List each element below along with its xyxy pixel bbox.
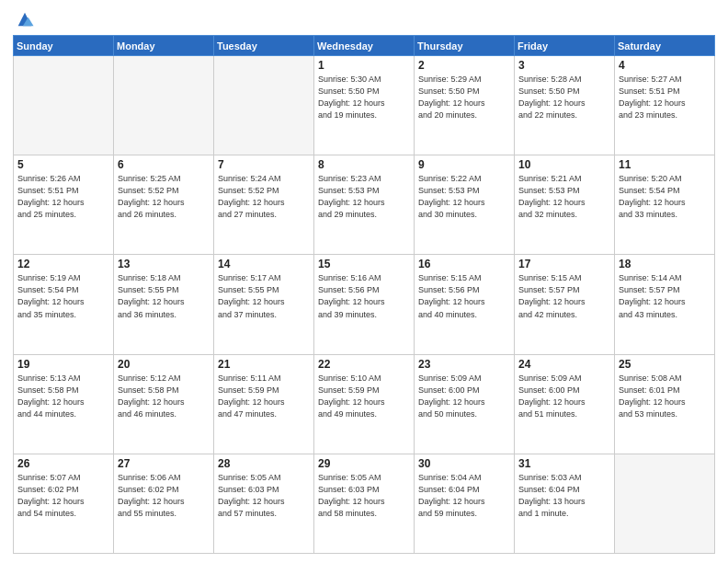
day-number: 9 [418, 158, 510, 171]
day-info: Sunrise: 5:12 AM Sunset: 5:58 PM Dayligh… [118, 373, 210, 420]
calendar-body: 1Sunrise: 5:30 AM Sunset: 5:50 PM Daylig… [14, 56, 715, 554]
day-number: 18 [619, 258, 711, 270]
weekday-sunday: Sunday [14, 36, 114, 56]
day-info: Sunrise: 5:06 AM Sunset: 6:02 PM Dayligh… [118, 472, 210, 520]
day-info: Sunrise: 5:09 AM Sunset: 6:00 PM Dayligh… [518, 373, 610, 420]
day-info: Sunrise: 5:15 AM Sunset: 5:56 PM Dayligh… [418, 272, 510, 320]
day-info: Sunrise: 5:23 AM Sunset: 5:53 PM Dayligh… [318, 173, 410, 221]
weekday-header-row: SundayMondayTuesdayWednesdayThursdayFrid… [14, 36, 715, 56]
day-number: 30 [418, 457, 510, 470]
page: SundayMondayTuesdayWednesdayThursdayFrid… [0, 0, 728, 563]
day-number: 21 [218, 358, 310, 371]
calendar-cell [214, 56, 314, 155]
calendar-cell: 31Sunrise: 5:03 AM Sunset: 6:04 PM Dayli… [515, 454, 615, 553]
day-info: Sunrise: 5:22 AM Sunset: 5:53 PM Dayligh… [418, 173, 510, 221]
calendar-cell [14, 56, 114, 155]
calendar-cell: 3Sunrise: 5:28 AM Sunset: 5:50 PM Daylig… [515, 56, 615, 155]
weekday-wednesday: Wednesday [314, 36, 415, 56]
day-number: 23 [418, 358, 510, 371]
day-number: 4 [619, 59, 711, 72]
day-info: Sunrise: 5:13 AM Sunset: 5:58 PM Dayligh… [17, 373, 109, 420]
header [13, 9, 715, 29]
calendar-table: SundayMondayTuesdayWednesdayThursdayFrid… [13, 35, 715, 554]
calendar-cell: 5Sunrise: 5:26 AM Sunset: 5:51 PM Daylig… [14, 155, 114, 255]
day-number: 29 [318, 457, 410, 470]
day-number: 17 [518, 258, 610, 270]
logo-icon [15, 9, 35, 29]
weekday-friday: Friday [515, 36, 615, 56]
day-info: Sunrise: 5:09 AM Sunset: 6:00 PM Dayligh… [418, 373, 510, 420]
day-info: Sunrise: 5:05 AM Sunset: 6:03 PM Dayligh… [318, 472, 410, 520]
calendar-cell: 8Sunrise: 5:23 AM Sunset: 5:53 PM Daylig… [314, 155, 415, 255]
day-number: 20 [118, 358, 210, 371]
day-info: Sunrise: 5:26 AM Sunset: 5:51 PM Dayligh… [17, 173, 109, 221]
day-number: 1 [318, 59, 410, 72]
day-info: Sunrise: 5:30 AM Sunset: 5:50 PM Dayligh… [318, 74, 410, 121]
day-number: 5 [17, 158, 109, 171]
day-number: 19 [17, 358, 109, 371]
day-info: Sunrise: 5:28 AM Sunset: 5:50 PM Dayligh… [518, 74, 610, 121]
day-number: 28 [218, 457, 310, 470]
day-info: Sunrise: 5:21 AM Sunset: 5:53 PM Dayligh… [518, 173, 610, 221]
calendar-cell: 13Sunrise: 5:18 AM Sunset: 5:55 PM Dayli… [114, 255, 214, 354]
day-number: 8 [318, 158, 410, 171]
calendar-week-4: 26Sunrise: 5:07 AM Sunset: 6:02 PM Dayli… [14, 454, 715, 553]
calendar-cell: 2Sunrise: 5:29 AM Sunset: 5:50 PM Daylig… [415, 56, 515, 155]
day-info: Sunrise: 5:16 AM Sunset: 5:56 PM Dayligh… [318, 272, 410, 320]
calendar-cell: 20Sunrise: 5:12 AM Sunset: 5:58 PM Dayli… [114, 354, 214, 454]
weekday-saturday: Saturday [615, 36, 715, 56]
day-info: Sunrise: 5:19 AM Sunset: 5:54 PM Dayligh… [17, 272, 109, 320]
day-info: Sunrise: 5:10 AM Sunset: 5:59 PM Dayligh… [318, 373, 410, 420]
calendar-cell: 16Sunrise: 5:15 AM Sunset: 5:56 PM Dayli… [415, 255, 515, 354]
calendar-cell: 26Sunrise: 5:07 AM Sunset: 6:02 PM Dayli… [14, 454, 114, 553]
day-info: Sunrise: 5:07 AM Sunset: 6:02 PM Dayligh… [17, 472, 109, 520]
calendar-cell: 1Sunrise: 5:30 AM Sunset: 5:50 PM Daylig… [314, 56, 415, 155]
day-info: Sunrise: 5:20 AM Sunset: 5:54 PM Dayligh… [619, 173, 711, 221]
calendar-cell [114, 56, 214, 155]
day-number: 14 [218, 258, 310, 270]
logo [13, 9, 35, 29]
weekday-monday: Monday [114, 36, 214, 56]
day-info: Sunrise: 5:29 AM Sunset: 5:50 PM Dayligh… [418, 74, 510, 121]
calendar-week-2: 12Sunrise: 5:19 AM Sunset: 5:54 PM Dayli… [14, 255, 715, 354]
day-number: 22 [318, 358, 410, 371]
day-info: Sunrise: 5:17 AM Sunset: 5:55 PM Dayligh… [218, 272, 310, 320]
calendar-cell: 7Sunrise: 5:24 AM Sunset: 5:52 PM Daylig… [214, 155, 314, 255]
weekday-tuesday: Tuesday [214, 36, 314, 56]
calendar-week-3: 19Sunrise: 5:13 AM Sunset: 5:58 PM Dayli… [14, 354, 715, 454]
calendar-cell: 4Sunrise: 5:27 AM Sunset: 5:51 PM Daylig… [615, 56, 715, 155]
calendar-cell: 6Sunrise: 5:25 AM Sunset: 5:52 PM Daylig… [114, 155, 214, 255]
calendar-cell: 18Sunrise: 5:14 AM Sunset: 5:57 PM Dayli… [615, 255, 715, 354]
day-info: Sunrise: 5:04 AM Sunset: 6:04 PM Dayligh… [418, 472, 510, 520]
day-info: Sunrise: 5:15 AM Sunset: 5:57 PM Dayligh… [518, 272, 610, 320]
calendar-cell: 10Sunrise: 5:21 AM Sunset: 5:53 PM Dayli… [515, 155, 615, 255]
day-number: 11 [619, 158, 711, 171]
calendar-cell: 24Sunrise: 5:09 AM Sunset: 6:00 PM Dayli… [515, 354, 615, 454]
calendar-cell: 19Sunrise: 5:13 AM Sunset: 5:58 PM Dayli… [14, 354, 114, 454]
day-number: 13 [118, 258, 210, 270]
day-info: Sunrise: 5:25 AM Sunset: 5:52 PM Dayligh… [118, 173, 210, 221]
day-number: 7 [218, 158, 310, 171]
day-info: Sunrise: 5:05 AM Sunset: 6:03 PM Dayligh… [218, 472, 310, 520]
calendar-cell [615, 454, 715, 553]
day-info: Sunrise: 5:03 AM Sunset: 6:04 PM Dayligh… [518, 472, 610, 520]
calendar-cell: 23Sunrise: 5:09 AM Sunset: 6:00 PM Dayli… [415, 354, 515, 454]
calendar-cell: 11Sunrise: 5:20 AM Sunset: 5:54 PM Dayli… [615, 155, 715, 255]
calendar-cell: 15Sunrise: 5:16 AM Sunset: 5:56 PM Dayli… [314, 255, 415, 354]
weekday-thursday: Thursday [415, 36, 515, 56]
day-number: 12 [17, 258, 109, 270]
calendar-cell: 21Sunrise: 5:11 AM Sunset: 5:59 PM Dayli… [214, 354, 314, 454]
calendar-cell: 29Sunrise: 5:05 AM Sunset: 6:03 PM Dayli… [314, 454, 415, 553]
day-number: 10 [518, 158, 610, 171]
day-info: Sunrise: 5:08 AM Sunset: 6:01 PM Dayligh… [619, 373, 711, 420]
calendar-cell: 12Sunrise: 5:19 AM Sunset: 5:54 PM Dayli… [14, 255, 114, 354]
calendar-cell: 28Sunrise: 5:05 AM Sunset: 6:03 PM Dayli… [214, 454, 314, 553]
day-number: 24 [518, 358, 610, 371]
calendar-cell: 9Sunrise: 5:22 AM Sunset: 5:53 PM Daylig… [415, 155, 515, 255]
calendar-week-0: 1Sunrise: 5:30 AM Sunset: 5:50 PM Daylig… [14, 56, 715, 155]
calendar-cell: 27Sunrise: 5:06 AM Sunset: 6:02 PM Dayli… [114, 454, 214, 553]
day-info: Sunrise: 5:11 AM Sunset: 5:59 PM Dayligh… [218, 373, 310, 420]
day-info: Sunrise: 5:27 AM Sunset: 5:51 PM Dayligh… [619, 74, 711, 121]
calendar-cell: 17Sunrise: 5:15 AM Sunset: 5:57 PM Dayli… [515, 255, 615, 354]
day-info: Sunrise: 5:18 AM Sunset: 5:55 PM Dayligh… [118, 272, 210, 320]
